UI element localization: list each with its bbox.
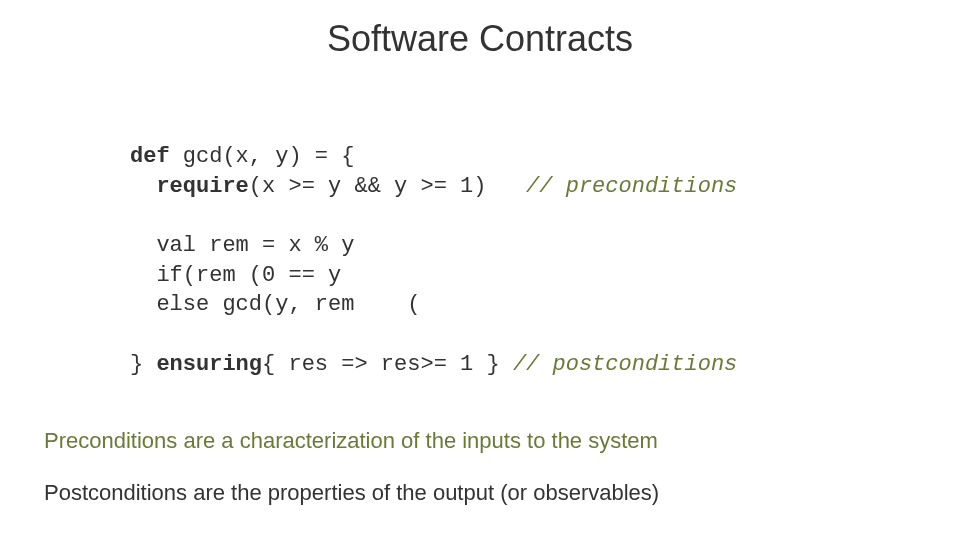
- code-line-2: (x >= y && y >= 1): [249, 174, 526, 199]
- keyword-ensuring: ensuring: [156, 352, 262, 377]
- keyword-require: require: [130, 174, 249, 199]
- code-line-8a: }: [130, 352, 156, 377]
- body-text-postconditions: Postconditions are the properties of the…: [44, 480, 659, 506]
- keyword-def: def: [130, 144, 170, 169]
- comment-postconditions: // postconditions: [513, 352, 737, 377]
- slide-title: Software Contracts: [0, 18, 960, 60]
- code-line-5: if(rem (0 == y: [130, 263, 341, 288]
- comment-preconditions: // preconditions: [526, 174, 737, 199]
- code-line-1: gcd(x, y) = {: [170, 144, 355, 169]
- code-block: def gcd(x, y) = { require(x >= y && y >=…: [130, 142, 737, 380]
- code-line-8c: { res => res>= 1 }: [262, 352, 513, 377]
- code-line-6: else gcd(y, rem (: [130, 292, 420, 317]
- body-text-preconditions: Preconditions are a characterization of …: [44, 428, 658, 454]
- code-line-4: val rem = x % y: [130, 233, 354, 258]
